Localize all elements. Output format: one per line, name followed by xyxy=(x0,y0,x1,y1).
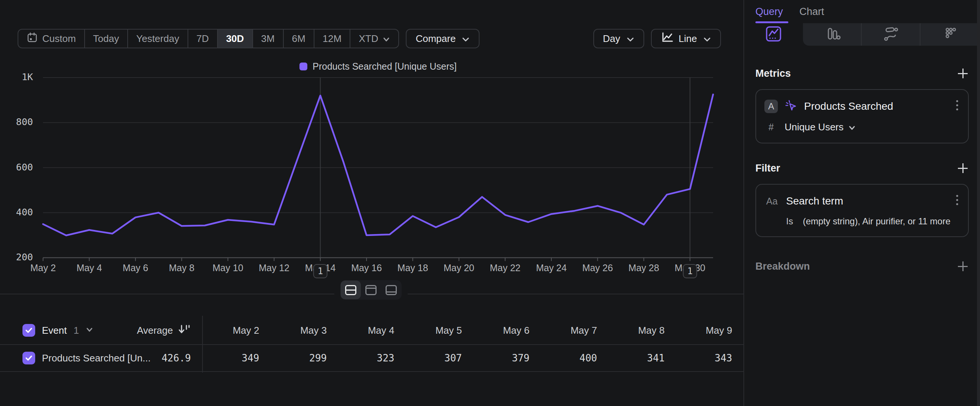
x-axis-label: May 16 xyxy=(351,263,382,273)
filter-section-header: Filter xyxy=(756,162,969,174)
chart-view-icon xyxy=(365,285,377,295)
date-value-cell: 379 xyxy=(473,345,541,371)
filter-value[interactable]: (empty string), Air purifier, or 11 more xyxy=(803,216,950,227)
viz-tab-more[interactable] xyxy=(921,23,980,46)
add-metric-button[interactable] xyxy=(957,67,969,80)
x-axis-label: May 2 xyxy=(30,263,56,273)
x-axis-label: May 6 xyxy=(123,263,148,273)
date-column-header[interactable]: May 3 xyxy=(270,317,338,344)
bar-chart-icon xyxy=(823,25,841,44)
date-column-header[interactable]: May 2 xyxy=(203,317,270,344)
aggregation-selector[interactable]: Unique Users xyxy=(784,121,856,133)
split-view-icon xyxy=(345,285,356,295)
x-axis-label: May 22 xyxy=(490,263,520,273)
average-value: 426.9 xyxy=(162,352,191,364)
metric-event-name[interactable]: Products Searched xyxy=(804,100,893,112)
filter-card[interactable]: Aa Search term Is (empty string), Air pu… xyxy=(756,184,969,237)
metric-series-badge: A xyxy=(764,100,778,113)
date-column-header[interactable]: May 9 xyxy=(676,317,744,344)
tab-query[interactable]: Query xyxy=(756,6,783,18)
panel-tab-bar: Query Chart xyxy=(744,0,980,23)
date-value-cell: 299 xyxy=(270,345,338,371)
table-header-row: Event 1 Average May 2May 3May 4May 5May … xyxy=(0,317,743,345)
viz-tab-flow[interactable] xyxy=(862,23,921,46)
y-axis-label: 400 xyxy=(16,207,33,218)
tab-chart[interactable]: Chart xyxy=(800,6,824,18)
panel-body: Metrics A Products Searched # Unique Use… xyxy=(744,67,980,272)
kebab-menu-icon[interactable] xyxy=(955,99,959,114)
active-tab-underline xyxy=(756,21,788,23)
x-axis-label: May 24 xyxy=(536,263,567,273)
table-column-divider xyxy=(202,316,203,373)
svg-text:1: 1 xyxy=(687,266,692,276)
x-axis-label: May 20 xyxy=(444,263,474,273)
app-root: CustomTodayYesterday7D30D3M6M12MXTD Comp… xyxy=(0,0,980,406)
breakdown-heading: Breakdown xyxy=(756,261,810,272)
event-header-label[interactable]: Event xyxy=(42,325,67,336)
table-view-button[interactable] xyxy=(381,280,401,299)
date-column-header[interactable]: May 4 xyxy=(338,317,406,344)
date-column-header[interactable]: May 7 xyxy=(541,317,609,344)
string-property-icon: Aa xyxy=(764,196,780,207)
metrics-heading: Metrics xyxy=(756,68,791,80)
y-axis-label: 800 xyxy=(16,116,33,127)
chart-view-button[interactable] xyxy=(361,280,381,299)
y-axis-label: 200 xyxy=(16,252,33,263)
add-filter-button[interactable] xyxy=(957,162,969,174)
chart-main-area: CustomTodayYesterday7D30D3M6M12MXTD Comp… xyxy=(0,0,743,406)
row-checkbox[interactable] xyxy=(22,352,35,365)
chevron-down-icon xyxy=(848,121,856,133)
date-column-header[interactable]: May 6 xyxy=(473,317,541,344)
table-view-icon xyxy=(385,285,397,295)
x-axis-label: May 12 xyxy=(259,263,290,273)
average-header-label[interactable]: Average xyxy=(137,325,173,336)
date-value-cell: 307 xyxy=(406,345,474,371)
date-column-header[interactable]: May 8 xyxy=(608,317,676,344)
breakdown-section-header: Breakdown xyxy=(756,260,969,272)
series-line[interactable] xyxy=(43,94,713,235)
x-axis-label: May 8 xyxy=(169,263,194,273)
layout-toggle-wrap xyxy=(334,280,408,299)
date-value-cell: 400 xyxy=(541,345,609,371)
date-value-cell: 341 xyxy=(608,345,676,371)
scrollbar-track[interactable] xyxy=(977,0,980,406)
date-column-header[interactable]: May 5 xyxy=(406,317,474,344)
metrics-section-header: Metrics xyxy=(756,67,969,80)
chart-type-tab-bar xyxy=(744,23,980,46)
table-row[interactable]: Products Searched [Un... 426.9 349299323… xyxy=(0,345,743,372)
date-value-cell: 343 xyxy=(676,345,744,371)
viz-tab-rest xyxy=(803,23,980,46)
event-click-icon xyxy=(784,99,797,113)
filter-operator[interactable]: Is xyxy=(786,216,793,227)
x-axis-label: May 28 xyxy=(628,263,659,273)
results-table: Event 1 Average May 2May 3May 4May 5May … xyxy=(0,317,743,372)
select-all-checkbox[interactable] xyxy=(22,324,35,337)
chevron-down-icon[interactable] xyxy=(86,327,93,334)
layout-toggle-group xyxy=(340,280,402,299)
aggregation-label: Unique Users xyxy=(784,121,844,133)
date-value-cells: 349299323307379400341343 xyxy=(203,345,743,371)
annotation-badge[interactable]: 1 xyxy=(314,264,327,278)
add-breakdown-button[interactable] xyxy=(957,260,969,272)
viz-tab-line-active[interactable] xyxy=(744,23,803,46)
x-axis-label: May 4 xyxy=(76,263,102,273)
date-value-cell: 349 xyxy=(203,345,270,371)
query-panel: Query Chart Metrics xyxy=(743,0,980,406)
sort-descending-icon[interactable] xyxy=(177,323,191,338)
x-axis-label: May 26 xyxy=(582,263,613,273)
filter-property-name[interactable]: Search term xyxy=(786,195,843,207)
annotation-badge[interactable]: 1 xyxy=(683,264,697,278)
flow-sankey-icon xyxy=(882,25,900,44)
dots-grid-icon xyxy=(942,25,959,44)
viz-tab-bar-chart[interactable] xyxy=(803,23,862,46)
kebab-menu-icon[interactable] xyxy=(955,194,959,209)
x-axis-label: May 18 xyxy=(398,263,428,273)
svg-text:1: 1 xyxy=(317,266,323,276)
date-column-headers: May 2May 3May 4May 5May 6May 7May 8May 9 xyxy=(203,317,743,344)
aggregation-prefix: # xyxy=(764,122,778,132)
split-view-button[interactable] xyxy=(340,280,361,299)
metric-card[interactable]: A Products Searched # Unique Users xyxy=(756,89,969,143)
insights-line-icon xyxy=(765,25,782,44)
filter-heading: Filter xyxy=(756,162,780,174)
line-chart[interactable]: 1K800600400200May 2May 4May 6May 8May 10… xyxy=(0,0,743,290)
